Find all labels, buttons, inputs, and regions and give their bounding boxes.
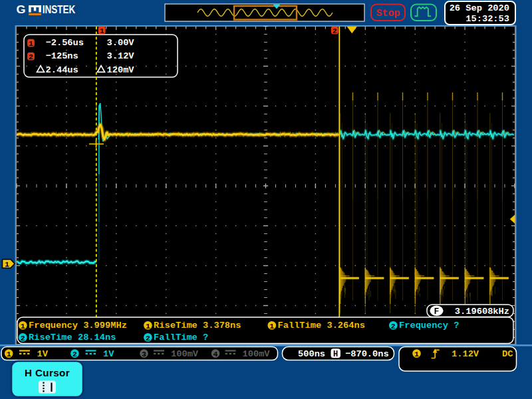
- svg-text:2: 2: [391, 322, 396, 331]
- svg-text:−870.0ns: −870.0ns: [345, 349, 389, 359]
- svg-text:−2.56us: −2.56us: [46, 38, 84, 48]
- svg-text:100mV: 100mV: [243, 349, 271, 359]
- svg-text:2: 2: [21, 334, 25, 342]
- svg-text:Frequency ?: Frequency ?: [399, 321, 459, 331]
- svg-text:15:32:53: 15:32:53: [466, 14, 509, 24]
- svg-text:3.19608kHz: 3.19608kHz: [455, 307, 509, 317]
- svg-text:2.44us: 2.44us: [46, 65, 78, 75]
- svg-text:1V: 1V: [103, 349, 114, 359]
- svg-text:1: 1: [29, 39, 33, 48]
- svg-text:1.12V: 1.12V: [452, 349, 479, 359]
- svg-text:G: G: [17, 3, 26, 16]
- svg-text:4: 4: [213, 350, 218, 358]
- svg-text:100mV: 100mV: [171, 349, 199, 359]
- svg-text:RiseTime 3.378ns: RiseTime 3.378ns: [154, 321, 241, 331]
- svg-text:26 Sep 2020: 26 Sep 2020: [450, 3, 509, 13]
- svg-text:500ns: 500ns: [298, 349, 325, 359]
- svg-text:DC: DC: [502, 349, 513, 359]
- svg-text:INSTEK: INSTEK: [43, 3, 76, 16]
- svg-text:120mV: 120mV: [107, 65, 135, 75]
- svg-text:FallTime 3.264ns: FallTime 3.264ns: [278, 321, 365, 331]
- svg-text:H Cursor: H Cursor: [25, 367, 70, 378]
- svg-text:1: 1: [414, 350, 419, 358]
- svg-text:1: 1: [5, 260, 9, 269]
- svg-text:Frequency 3.999MHz: Frequency 3.999MHz: [29, 321, 127, 331]
- svg-text:3.00V: 3.00V: [107, 38, 135, 48]
- svg-text:H: H: [333, 350, 338, 359]
- svg-text:2: 2: [72, 350, 77, 358]
- svg-text:Stop: Stop: [376, 8, 400, 19]
- svg-text:1: 1: [21, 322, 25, 331]
- svg-text:−125ns: −125ns: [46, 51, 78, 61]
- svg-text:F: F: [434, 307, 440, 317]
- svg-text:3: 3: [142, 350, 146, 358]
- svg-text:1: 1: [269, 322, 274, 331]
- svg-text:2: 2: [146, 334, 150, 342]
- svg-text:2: 2: [332, 27, 337, 35]
- svg-text:2: 2: [29, 53, 33, 61]
- svg-text:1: 1: [100, 27, 104, 35]
- svg-text:1V: 1V: [37, 349, 49, 359]
- svg-text:1: 1: [7, 350, 11, 358]
- svg-text:RiseTime 28.14ns: RiseTime 28.14ns: [29, 332, 116, 342]
- svg-text:FallTime ?: FallTime ?: [154, 332, 208, 342]
- svg-text:1: 1: [146, 322, 150, 331]
- svg-text:3.12V: 3.12V: [107, 51, 135, 61]
